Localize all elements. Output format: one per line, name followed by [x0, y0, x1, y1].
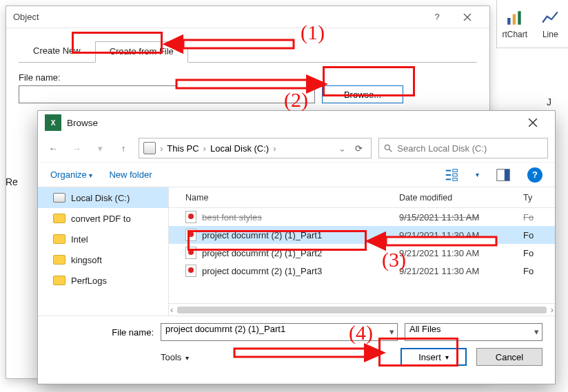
close-icon[interactable] [518, 111, 548, 134]
file-name: best font styles [202, 212, 262, 223]
file-name-value: project documrnt (2) (1)_Part1 [165, 324, 285, 334]
sidebar-item-folder[interactable]: PerfLogs [38, 270, 168, 291]
col-date[interactable]: Date modified [399, 193, 523, 203]
help-icon[interactable]: ? [422, 6, 452, 28]
nav-forward-icon[interactable]: → [68, 140, 85, 156]
sidebar-item-folder[interactable]: convert PDF to [38, 208, 168, 229]
search-box[interactable]: Search Local Disk (C:) [378, 138, 548, 158]
file-type: Fo [523, 212, 548, 223]
crumb-this-pc[interactable]: This PC [167, 143, 199, 154]
svg-rect-1 [513, 14, 516, 24]
object-titlebar[interactable]: Object ? [6, 6, 489, 28]
file-row[interactable]: best font styles 9/15/2021 11:31 AM Fo [169, 208, 555, 226]
file-list: Name Date modified Ty best font styles 9… [169, 187, 555, 316]
file-row[interactable]: project documrnt (2) (1)_Part2 9/21/2021… [169, 244, 555, 262]
nav-recent-chevron-icon[interactable]: ▾ [92, 140, 108, 156]
tools-menu[interactable]: Tools▾ [50, 352, 189, 362]
scroll-right-icon[interactable]: › [551, 305, 554, 315]
svg-rect-10 [453, 178, 457, 180]
organize-menu[interactable]: Organize ▾ [50, 169, 92, 180]
sparkline-icon [541, 9, 559, 27]
tab-create-from-file[interactable]: Create from File [95, 41, 188, 63]
close-icon[interactable] [452, 6, 483, 28]
file-date: 9/21/2021 11:30 AM [399, 248, 523, 258]
svg-rect-2 [518, 11, 520, 25]
file-filter-value: All Files [409, 324, 441, 334]
chevron-right-icon[interactable]: › [273, 143, 276, 154]
file-row[interactable]: project documrnt (2) (1)_Part3 9/21/2021… [169, 262, 555, 280]
view-options-icon[interactable] [444, 167, 459, 183]
preview-pane-icon[interactable] [496, 167, 511, 183]
file-type: Fo [523, 230, 548, 240]
ribbon-line[interactable]: Line [533, 0, 569, 48]
nav-back-icon[interactable]: ← [45, 140, 61, 156]
browse-titlebar[interactable]: X Browse [38, 111, 555, 134]
folder-icon [53, 234, 65, 244]
background-fragment-re: Re [6, 176, 18, 187]
svg-point-3 [385, 145, 390, 149]
new-folder-button[interactable]: New folder [109, 169, 152, 180]
sidebar-item-label: convert PDF to [71, 214, 131, 224]
browse-toolbar: Organize ▾ New folder ▾ ? [38, 162, 555, 187]
crumb-drive[interactable]: Local Disk (C:) [210, 143, 269, 154]
ribbon-pivotchart[interactable]: rtChart [497, 0, 533, 48]
browse-dialog: X Browse ← → ▾ ↑ › This PC › Local Disk … [37, 110, 556, 384]
file-row[interactable]: project documrnt (2) (1)_Part1 9/21/2021… [169, 226, 555, 244]
sidebar-item-drive-c[interactable]: Local Disk (C:) [38, 187, 168, 208]
col-type[interactable]: Ty [523, 193, 548, 203]
file-name-label: File name: [19, 72, 477, 83]
sidebar-item-label: PerfLogs [71, 276, 107, 286]
file-list-header[interactable]: Name Date modified Ty [169, 187, 555, 208]
file-date: 9/21/2021 11:30 AM [399, 230, 523, 240]
svg-rect-7 [446, 178, 451, 180]
search-icon [383, 143, 393, 153]
help-icon[interactable]: ? [527, 167, 542, 183]
tab-create-new[interactable]: Create New [19, 41, 95, 62]
folder-icon [53, 214, 65, 223]
horizontal-scrollbar[interactable]: ‹ › [169, 303, 555, 316]
insert-button-label: Insert [418, 352, 441, 362]
browse-button[interactable]: Browse... [322, 85, 403, 103]
col-name[interactable]: Name [169, 193, 399, 203]
file-name: project documrnt (2) (1)_Part2 [202, 248, 322, 258]
nav-up-icon[interactable]: ↑ [115, 140, 132, 156]
pdf-icon [185, 211, 196, 223]
file-type: Fo [523, 266, 548, 276]
scroll-left-icon[interactable]: ‹ [170, 305, 173, 315]
chevron-right-icon[interactable]: › [203, 143, 206, 154]
refresh-icon[interactable]: ⟳ [350, 140, 367, 156]
cancel-button[interactable]: Cancel [476, 348, 542, 366]
chevron-down-icon[interactable]: ⌄ [338, 143, 346, 154]
chevron-right-icon[interactable]: › [160, 143, 163, 154]
svg-line-4 [389, 149, 392, 152]
ribbon-pivotchart-label: rtChart [502, 30, 527, 39]
scroll-thumb[interactable] [177, 307, 546, 313]
path-box[interactable]: › This PC › Local Disk (C:) › ⌄ ⟳ [139, 138, 372, 158]
pdf-icon [185, 247, 196, 259]
file-filter-combo[interactable]: All Files [405, 323, 542, 341]
object-dialog-title: Object [13, 12, 422, 22]
file-date: 9/15/2021 11:31 AM [399, 212, 523, 223]
svg-rect-5 [446, 169, 451, 171]
file-name-combo[interactable]: project documrnt (2) (1)_Part1 [161, 323, 398, 341]
svg-rect-6 [446, 174, 451, 176]
file-name: project documrnt (2) (1)_Part1 [202, 230, 322, 240]
file-date: 9/21/2021 11:30 AM [399, 266, 523, 276]
sidebar-item-folder[interactable]: Intel [38, 229, 168, 249]
object-tabs: Create New Create from File [6, 28, 489, 62]
file-name-input[interactable] [19, 85, 315, 103]
sidebar-item-label: Intel [71, 234, 88, 245]
sidebar-item-label: Local Disk (C:) [71, 193, 130, 203]
svg-rect-12 [505, 169, 509, 180]
pdf-icon [185, 265, 196, 277]
browse-dialog-title: Browse [67, 118, 512, 128]
insert-button[interactable]: Insert▾ [400, 348, 467, 366]
sidebar-item-folder[interactable]: kingsoft [38, 249, 168, 270]
browse-sidebar: Local Disk (C:) convert PDF to Intel kin… [38, 187, 169, 316]
pdf-icon [185, 229, 196, 241]
file-name-label: File name: [50, 327, 154, 338]
column-header-j: J [547, 96, 551, 107]
file-name: project documrnt (2) (1)_Part3 [202, 266, 322, 276]
sidebar-item-label: kingsoft [71, 255, 102, 265]
svg-rect-8 [453, 169, 457, 172]
